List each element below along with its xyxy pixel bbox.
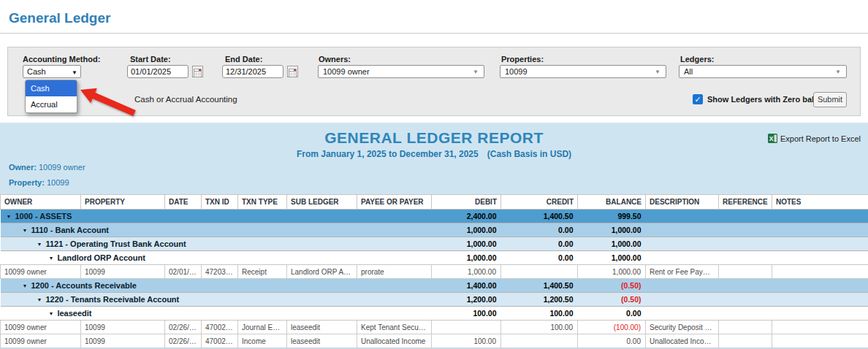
report-section: X Export Report to Excel GENERAL LEDGER … (0, 123, 868, 349)
start-date-calendar-icon[interactable] (192, 66, 203, 77)
collapse-triangle-icon[interactable]: ▼ (37, 297, 42, 302)
group-trailing-cells (646, 223, 868, 237)
group-credit: 0.00 (501, 237, 578, 251)
collapse-triangle-icon[interactable]: ▼ (49, 256, 54, 261)
group-row: ▼1220 - Tenants Receivable Account1,200.… (1, 293, 868, 307)
annotation-arrow-icon (77, 84, 137, 118)
cell-property: 10099 (81, 334, 165, 348)
cell-date: 02/26/2025 (165, 334, 202, 348)
group-row: ▼1200 - Accounts Receivable1,400.001,400… (1, 279, 868, 293)
chevron-down-icon: ▼ (655, 66, 660, 78)
group-credit: 1,400.50 (501, 210, 578, 223)
cell-notes (772, 265, 868, 279)
cell-property: 10099 (81, 321, 165, 334)
cell-credit: 100.00 (501, 321, 578, 334)
owners-label: Owners: (319, 55, 351, 64)
group-credit: 1,400.50 (501, 279, 578, 293)
group-credit: 1,200.50 (501, 293, 578, 307)
group-row: ▼leaseedit100.00100.000.00 (1, 307, 868, 321)
cell-owner: 10099 owner (1, 321, 81, 334)
chevron-down-icon: ▼ (835, 66, 841, 78)
column-header-txn-id: TXN ID (202, 195, 238, 210)
owners-combobox[interactable]: 10099 owner ▼ (318, 65, 484, 78)
column-header-owner: OWNER (1, 195, 81, 210)
accounting-method-label: Accounting Method: (23, 55, 100, 64)
report-title: GENERAL LEDGER REPORT (0, 129, 868, 147)
cell-txn_type: Journal Entry (238, 321, 287, 334)
accounting-method-select[interactable]: Cash ▼ (23, 65, 81, 78)
group-label: 1000 - ASSETS (15, 212, 72, 220)
cell-debit: 1,000.00 (432, 265, 501, 279)
submit-button[interactable]: Submit (813, 92, 847, 107)
group-label: Landlord ORP Account (57, 253, 145, 262)
detail-row: 10099 owner1009902/01/202547203646Receip… (1, 265, 868, 279)
page-title: General Ledger (9, 10, 110, 26)
group-debit: 1,400.00 (432, 279, 501, 293)
zero-balance-checkbox[interactable]: ✓ (693, 94, 703, 104)
dropdown-option-accrual[interactable]: Accrual (26, 96, 77, 112)
cell-payee: Unallocated Income (357, 334, 432, 348)
column-header-reference: REFERENCE (719, 195, 772, 210)
column-header-payee-or-payer: PAYEE OR PAYER (357, 195, 432, 210)
group-balance: 1,000.00 (578, 251, 646, 265)
cell-txn_type: Receipt (238, 265, 287, 279)
cell-reference (719, 321, 772, 334)
cell-date: 02/26/2025 (165, 321, 202, 334)
end-date-input[interactable] (222, 65, 283, 78)
select-caret-icon: ▼ (72, 67, 77, 79)
table-header-row: OWNERPROPERTYDATETXN IDTXN TYPESUB LEDGE… (1, 195, 868, 210)
column-header-credit: CREDIT (501, 195, 578, 210)
cell-description: Security Deposit Forf… (646, 321, 719, 334)
report-basis: (Cash Basis in USD) (487, 149, 571, 159)
properties-combobox[interactable]: 10099 ▼ (500, 65, 666, 78)
owner-label: Owner: (9, 163, 37, 172)
group-trailing-cells (646, 237, 868, 251)
end-date-calendar-icon[interactable] (287, 66, 298, 77)
detail-row: 10099 owner1009902/26/202547002285Income… (1, 334, 868, 348)
group-row: ▼Landlord ORP Account1,000.000.001,000.0… (1, 251, 868, 265)
group-trailing-cells (646, 210, 868, 223)
start-date-input[interactable] (127, 65, 189, 78)
group-row: ▼1121 - Operating Trust Bank Account1,00… (1, 237, 868, 251)
collapse-triangle-icon[interactable]: ▼ (49, 311, 54, 316)
collapse-triangle-icon[interactable]: ▼ (7, 214, 12, 219)
group-balance: (0.50) (578, 293, 646, 307)
cell-txn_id: 47002285 (202, 334, 238, 348)
group-debit: 100.00 (432, 307, 501, 321)
dropdown-option-cash[interactable]: Cash (26, 80, 77, 96)
cell-sub_ledger: Landlord ORP Account (287, 265, 357, 279)
properties-label: Properties: (501, 55, 544, 64)
group-debit: 1,000.00 (432, 223, 501, 237)
group-debit: 1,200.00 (432, 293, 501, 307)
ledgers-combobox[interactable]: All ▼ (679, 65, 847, 78)
owners-value: 10099 owner (323, 67, 370, 76)
end-date-label: End Date: (225, 55, 262, 64)
group-label: 1110 - Bank Account (31, 226, 109, 234)
accounting-method-value: Cash (27, 67, 46, 76)
collapse-triangle-icon[interactable]: ▼ (23, 283, 28, 288)
cell-credit (501, 334, 578, 348)
cell-sub_ledger: leaseedit (287, 321, 357, 334)
collapse-triangle-icon[interactable]: ▼ (23, 228, 28, 233)
cell-owner: 10099 owner (1, 265, 81, 279)
group-credit: 0.00 (501, 223, 578, 237)
group-row: ▼1000 - ASSETS2,400.001,400.50999.50 (1, 210, 868, 223)
cell-txn_id: 47002285 (202, 321, 238, 334)
collapse-triangle-icon[interactable]: ▼ (37, 242, 42, 247)
group-debit: 2,400.00 (432, 210, 501, 223)
report-period: From January 1, 2025 to December 31, 202… (297, 149, 479, 159)
group-debit: 1,000.00 (432, 251, 501, 265)
group-label: 1200 - Accounts Receivable (31, 281, 137, 290)
column-header-notes: NOTES (772, 195, 868, 210)
property-line: Property: 10099 (9, 178, 69, 187)
column-header-sub-ledger: SUB LEDGER (287, 195, 357, 210)
group-debit: 1,000.00 (432, 237, 501, 251)
group-balance: 1,000.00 (578, 237, 646, 251)
column-header-balance: BALANCE (578, 195, 646, 210)
cell-payee: prorate (357, 265, 432, 279)
cell-notes (772, 321, 868, 334)
column-header-date: DATE (165, 195, 202, 210)
owner-value: 10099 owner (39, 163, 85, 172)
title-divider (0, 33, 868, 34)
group-trailing-cells (646, 251, 868, 265)
